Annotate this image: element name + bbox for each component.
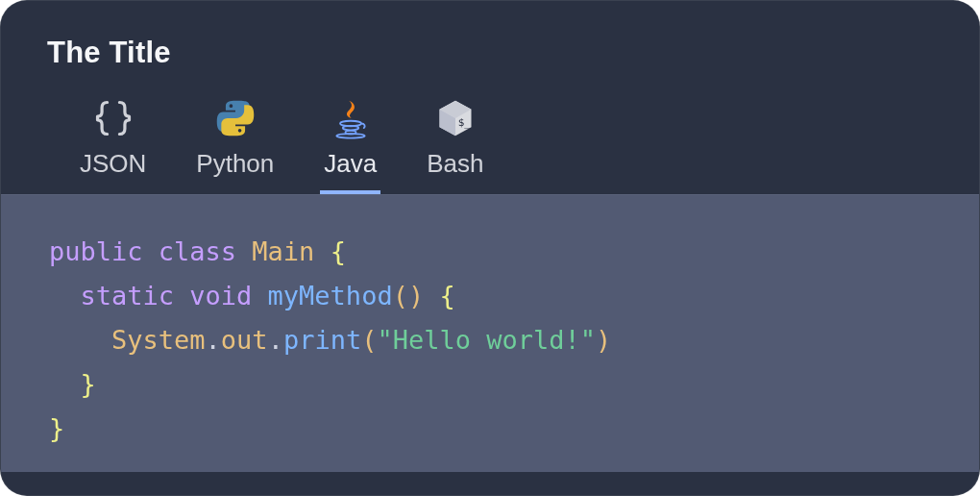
code-token: [424, 281, 439, 310]
tab-label: JSON: [80, 149, 146, 179]
code-token: {: [331, 236, 346, 266]
braces-icon: [90, 95, 136, 141]
code-token: System: [111, 325, 206, 355]
code-token: Main: [252, 236, 330, 266]
code-token: (): [393, 281, 425, 310]
tab-json[interactable]: JSON: [76, 89, 150, 194]
tab-java[interactable]: Java: [320, 89, 380, 194]
code-token: class: [159, 236, 253, 266]
code-token: static: [81, 281, 190, 310]
code-token: ): [596, 325, 611, 355]
code-token: {: [439, 281, 454, 310]
terminal-cube-icon: $_: [432, 95, 478, 141]
code-line: }: [49, 369, 96, 399]
code-token: }: [49, 413, 64, 443]
language-tab-bar: JSONPythonJava$_Bash: [47, 89, 933, 194]
code-viewer-card: The Title JSONPythonJava$_Bash public cl…: [0, 0, 980, 496]
code-content: public class Main { static void myMethod…: [49, 230, 931, 450]
code-line: public class Main {: [49, 236, 346, 266]
card-header: The Title JSONPythonJava$_Bash: [1, 1, 979, 194]
code-panel: public class Main { static void myMethod…: [1, 194, 979, 472]
svg-point-3: [336, 134, 364, 138]
tab-label: Bash: [427, 149, 483, 179]
code-line: System.out.print("Hello world!"): [49, 325, 611, 355]
code-token: (: [361, 325, 377, 355]
tab-label: Java: [324, 149, 377, 179]
code-line: static void myMethod() {: [49, 281, 455, 310]
java-logo-icon: [328, 95, 374, 141]
code-token: public: [49, 236, 159, 266]
card-title: The Title: [47, 36, 933, 70]
tab-bash[interactable]: $_Bash: [423, 89, 487, 194]
tab-python[interactable]: Python: [192, 89, 278, 194]
svg-text:$_: $_: [458, 116, 472, 129]
code-token: .: [206, 325, 221, 355]
svg-point-1: [343, 126, 359, 131]
code-token: out: [221, 325, 268, 355]
code-token: print: [283, 325, 361, 355]
code-token: }: [81, 369, 96, 399]
code-token: myMethod: [268, 281, 393, 310]
code-line: }: [49, 413, 64, 443]
code-token: "Hello world!": [377, 325, 596, 355]
code-token: .: [268, 325, 283, 355]
code-token: void: [189, 281, 267, 310]
python-logo-icon: [212, 95, 258, 141]
tab-label: Python: [196, 149, 274, 179]
